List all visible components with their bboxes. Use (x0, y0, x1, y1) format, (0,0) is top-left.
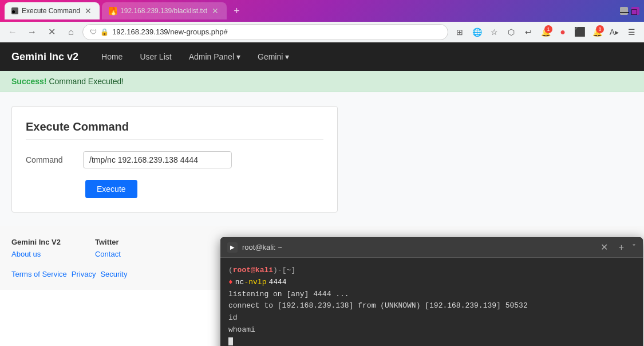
url-text: 192.168.239.139/new-groups.php# (112, 27, 228, 36)
tab-favicon-blacklist: 🔥 (109, 7, 117, 15)
reload-button[interactable]: ✕ (44, 24, 60, 40)
translate2-icon[interactable]: A▸ (606, 24, 622, 40)
footer-link-privacy[interactable]: Privacy (72, 270, 96, 278)
navbar-gemini[interactable]: Gemini ▾ (258, 52, 289, 61)
notification-badge: 1 (544, 25, 552, 33)
navbar-userlist[interactable]: User List (140, 50, 171, 64)
footer-link-security[interactable]: Security (100, 270, 127, 278)
extension1-icon[interactable]: ⬡ (503, 24, 519, 40)
terminal-bracket-close: )-[ (273, 265, 286, 277)
translate-icon[interactable]: 🌐 (469, 24, 485, 40)
terminal-user: root (233, 265, 251, 277)
terminal-path: ~ (286, 265, 291, 277)
terminal-title: root@kali: ~ (242, 243, 282, 251)
alert-message: Command Executed! (49, 77, 124, 86)
tab-label-blacklist: 192.168.239.139/blacklist.txt (120, 7, 207, 15)
footer-link-about[interactable]: About us (11, 250, 61, 258)
terminal-whoami-text: whoami (228, 325, 255, 334)
minimize-button[interactable]: — (620, 7, 628, 15)
terminal-prompt-symbol: ♦ (228, 277, 233, 289)
terminal-output-whoami: whoami (228, 324, 635, 336)
browser-chrome: ● Execute Command ✕ 🔥 192.168.239.139/bl… (0, 0, 644, 22)
terminal-connect-text: connect to [192.168.239.138] from (UNKNO… (228, 301, 528, 310)
window-controls: — □ (620, 7, 639, 15)
main-content: Execute Command Command Execute (0, 92, 644, 226)
execute-button[interactable]: Execute (85, 180, 137, 198)
home-button[interactable]: ⌂ (63, 24, 79, 40)
footer-col-twitter-heading: Twitter (95, 238, 121, 246)
addon3-icon[interactable]: 🔔8 (589, 24, 605, 40)
execute-command-card: Execute Command Command Execute (11, 106, 338, 213)
tab-favicon-execute: ● (11, 7, 18, 14)
terminal-bracket-end: ] (291, 265, 295, 277)
terminal-close-button[interactable]: ✕ (598, 241, 611, 254)
alert-strong: Success! (11, 77, 46, 86)
terminal-titlebar: ▶ root@kali: ~ ✕ + ˅ (220, 237, 643, 258)
terminal-bracket-open: ( (228, 265, 233, 277)
navbar-home[interactable]: Home (101, 50, 123, 64)
navbar: Gemini Inc v2 Home User List Admin Panel… (0, 42, 644, 71)
footer-col-twitter: Twitter Contact (95, 238, 121, 258)
command-input[interactable] (83, 151, 232, 168)
toolbar-icons: ⊞ 🌐 ☆ ⬡ ↩ 🔔1 ● ⬛ 🔔8 A▸ ☰ (452, 24, 639, 40)
terminal-favicon: ▶ (227, 242, 238, 253)
footer-col-gemini-heading: Gemini Inc V2 (11, 238, 61, 246)
terminal-at: @ (251, 265, 255, 277)
extensions-icon[interactable]: ⊞ (452, 24, 468, 40)
navbar-gemini-label: Gemini (258, 52, 283, 61)
tab-blacklist[interactable]: 🔥 192.168.239.139/blacklist.txt ✕ (102, 2, 227, 19)
navbar-adminpanel[interactable]: Admin Panel ▾ (189, 52, 240, 61)
terminal-output-listen: listening on [any] 4444 ... (228, 289, 635, 301)
terminal-new-tab-button[interactable]: + (615, 242, 627, 253)
terminal-host: kali (255, 265, 273, 277)
command-label: Command (26, 155, 83, 164)
terminal-cmd-nc: nc (235, 277, 244, 289)
alert-success: Success! Command Executed! (0, 71, 644, 92)
terminal-cmd-line: ♦ nc -nvlp 4444 (228, 277, 635, 289)
tab-close-blacklist[interactable]: ✕ (211, 6, 220, 15)
addon1-icon[interactable]: ● (555, 24, 571, 40)
tab-execute-command[interactable]: ● Execute Command ✕ (5, 2, 100, 19)
footer-col-gemini: Gemini Inc V2 About us (11, 238, 61, 258)
addon2-icon[interactable]: ⬛ (572, 24, 588, 40)
forward-button[interactable]: → (24, 24, 40, 40)
security-icon: 🛡 (90, 28, 97, 36)
tab-close-execute[interactable]: ✕ (84, 6, 93, 15)
navbar-adminpanel-label: Admin Panel (189, 52, 234, 61)
maximize-button[interactable]: □ (631, 7, 639, 15)
navbar-adminpanel-chevron: ▾ (236, 52, 240, 61)
terminal-output-id: id (228, 312, 635, 324)
terminal-output-connect: connect to [192.168.239.138] from (UNKNO… (228, 300, 635, 312)
footer-link-contact[interactable]: Contact (95, 250, 121, 258)
terminal-port: 4444 (268, 277, 286, 289)
terminal-flag: -nvlp (244, 277, 266, 289)
terminal-listen-text: listening on [any] 4444 ... (228, 290, 349, 298)
address-bar: ← → ✕ ⌂ 🛡 🔒 192.168.239.139/new-groups.p… (0, 22, 644, 42)
terminal-body: (root@kali)-[~] ♦ nc -nvlp 4444 listenin… (220, 258, 643, 346)
lock-icon: 🔒 (100, 28, 109, 36)
back-button[interactable]: ← (5, 24, 21, 40)
terminal-window: ▶ root@kali: ~ ✕ + ˅ (root@kali)-[~] ♦ n… (220, 237, 643, 346)
new-tab-button[interactable]: + (229, 5, 244, 17)
webpage: Gemini Inc v2 Home User List Admin Panel… (0, 42, 644, 346)
command-form-group: Command (26, 151, 323, 168)
bookmark-icon[interactable]: ☆ (486, 24, 502, 40)
terminal-chevron-button[interactable]: ˅ (632, 243, 636, 252)
addon3-badge: 8 (596, 25, 604, 33)
card-title: Execute Command (26, 120, 323, 140)
notification-icon[interactable]: 🔔1 (538, 24, 554, 40)
navbar-gemini-chevron: ▾ (285, 52, 289, 61)
navbar-brand[interactable]: Gemini Inc v2 (11, 51, 78, 63)
url-bar[interactable]: 🛡 🔒 192.168.239.139/new-groups.php# (82, 24, 448, 40)
footer-link-terms[interactable]: Terms of Service (11, 270, 67, 278)
terminal-cursor (228, 337, 233, 345)
back2-icon[interactable]: ↩ (520, 24, 536, 40)
menu-icon[interactable]: ☰ (623, 24, 639, 40)
terminal-id-text: id (228, 313, 238, 322)
terminal-prompt-line: (root@kali)-[~] (228, 265, 635, 277)
tab-label-execute: Execute Command (22, 7, 80, 15)
terminal-input-line (228, 336, 635, 346)
